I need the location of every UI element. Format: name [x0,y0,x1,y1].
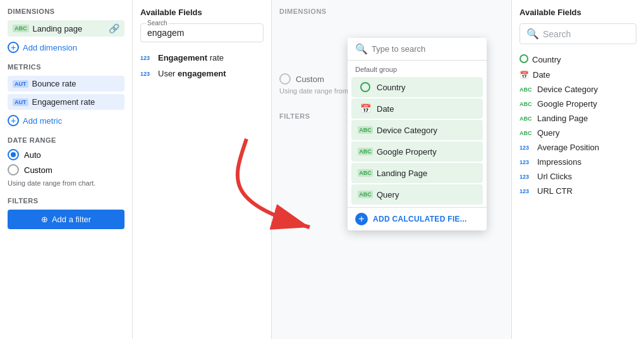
right-impressions-label: Impressions [537,157,581,167]
right-field-url-clicks[interactable]: 123 Url Clicks [519,169,636,184]
add-metric-plus-icon: + [8,115,19,126]
custom-label: Custom [24,165,52,175]
right-search-box[interactable]: 🔍 Search [519,23,636,44]
right-landing-page-badge: ABC [519,116,533,122]
right-field-google-property[interactable]: ABC Google Property [519,97,636,111]
right-field-average-position[interactable]: 123 Average Position [519,140,636,155]
left-panel: Dimensions ABC Landing page 🔗 + Add dime… [0,0,133,339]
add-calculated-field-row[interactable]: + ADD CALCULATED FIE... [348,207,487,230]
dropdown-landing-page-label: Landing Page [377,169,427,178]
user-engagement-field[interactable]: 123 User engagement [140,66,264,81]
auto-radio-row[interactable]: Auto [8,149,125,160]
center-custom-label: Custom [296,74,324,84]
dropdown-google-property-label: Google Property [377,147,437,157]
center-dimensions-label: Dimensions [279,8,504,15]
right-field-device-category[interactable]: ABC Device Category [519,82,636,97]
bounce-rate-badge: AUT [13,80,28,88]
landing-page-chip[interactable]: ABC Landing page 🔗 [8,20,125,37]
engagement-rate-badge-123: 123 [140,55,154,61]
right-url-ctr-label: URL CTR [537,186,573,196]
user-engagement-field-name: User engagement [158,69,226,78]
date-range-title: Date range [8,136,125,144]
abc-landing-icon: ABC [359,167,372,179]
right-date-label: Date [533,70,550,80]
dimensions-title: Dimensions [8,8,125,15]
landing-page-label: Landing page [33,24,106,33]
engagement-rate-field[interactable]: 123 Engagement rate [140,50,264,66]
dropdown-search-input[interactable] [372,44,479,54]
right-impressions-badge: 123 [519,159,533,165]
abc-device-icon: ABC [359,124,372,136]
right-search-icon: 🔍 [526,28,539,40]
right-field-impressions[interactable]: 123 Impressions [519,155,636,169]
bounce-rate-chip[interactable]: AUT Bounce rate [8,76,125,92]
middle-search-box[interactable]: Search engagem [140,23,264,42]
dropdown-item-landing-page[interactable]: ABC Landing Page [351,163,483,183]
dropdown-item-google-property[interactable]: ABC Google Property [351,141,483,162]
right-field-url-ctr[interactable]: 123 URL CTR [519,184,636,198]
add-dimension-label: Add dimension [23,43,77,52]
dropdown-item-date[interactable]: 📅 Date [351,98,483,119]
middle-available-fields-title: Available Fields [140,8,264,17]
abc-query-icon: ABC [359,188,372,201]
right-device-category-badge: ABC [519,86,533,93]
auto-radio-inner [11,152,16,157]
add-filter-plus-icon: ⊕ [41,215,48,224]
custom-radio[interactable] [8,164,19,175]
calendar-icon: 📅 [359,102,372,115]
dimensions-dropdown: 🔍 Default group Country 📅 Date ABC Devic… [348,38,487,230]
right-google-property-badge: ABC [519,101,533,107]
landing-page-badge: ABC [13,25,29,32]
add-metric-label: Add metric [23,116,62,126]
engagement-rate-badge: AUT [13,98,28,106]
right-url-clicks-badge: 123 [519,174,533,180]
right-search-placeholder: Search [543,29,571,39]
add-filter-button[interactable]: ⊕ Add a filter [8,210,125,229]
default-group-label: Default group [348,61,487,76]
add-calculated-label: ADD CALCULATED FIE... [373,215,467,223]
right-field-landing-page[interactable]: ABC Landing Page [519,111,636,126]
right-landing-page-label: Landing Page [537,114,588,123]
add-metric-button[interactable]: + Add metric [8,112,125,129]
metrics-title: Metrics [8,63,125,71]
engagement-rate-field-name: Engagement rate [158,53,224,62]
date-hint: Using date range from chart. [8,179,125,187]
bounce-rate-label: Bounce rate [32,79,120,88]
right-device-category-label: Device Category [537,85,598,94]
dropdown-country-label: Country [377,83,406,92]
right-query-badge: ABC [519,130,533,136]
dropdown-item-device-category[interactable]: ABC Device Category [351,120,483,140]
dropdown-item-country[interactable]: Country [351,77,483,97]
right-average-position-label: Average Position [537,143,599,152]
right-field-query[interactable]: ABC Query [519,126,636,140]
link-icon: 🔗 [109,23,119,33]
add-dimension-plus-icon: + [8,42,19,53]
custom-radio-row[interactable]: Custom [8,164,125,175]
dropdown-item-query[interactable]: ABC Query [351,184,483,205]
dropdown-date-label: Date [377,104,394,114]
right-globe-icon [519,54,528,65]
auto-label: Auto [24,150,41,160]
dropdown-search-row[interactable]: 🔍 [348,38,487,61]
engagement-rate-label: Engagement rate [32,97,120,107]
user-engagement-badge-123: 123 [140,71,154,77]
right-field-date[interactable]: 📅 Date [519,68,636,82]
right-url-clicks-label: Url Clicks [537,172,572,181]
right-field-country[interactable]: Country [519,52,636,68]
dropdown-device-category-label: Device Category [377,126,437,135]
right-google-property-label: Google Property [537,99,597,109]
filters-title: Filters [8,197,125,205]
add-dimension-button[interactable]: + Add dimension [8,39,125,56]
engagement-rate-chip[interactable]: AUT Engagement rate [8,94,125,110]
center-custom-radio[interactable] [279,73,291,85]
add-filter-label: Add a filter [52,215,91,224]
right-country-label: Country [532,55,561,64]
dropdown-query-label: Query [377,190,399,199]
middle-search-label: Search [146,20,169,27]
dropdown-search-icon: 🔍 [355,43,368,55]
add-calculated-plus-icon: + [355,213,368,225]
right-available-fields-title: Available Fields [519,8,636,17]
middle-available-fields-panel: Available Fields Search engagem 123 Enga… [133,0,272,339]
right-available-fields-panel: Available Fields 🔍 Search Country 📅 Date… [511,0,644,339]
auto-radio[interactable] [8,149,19,160]
